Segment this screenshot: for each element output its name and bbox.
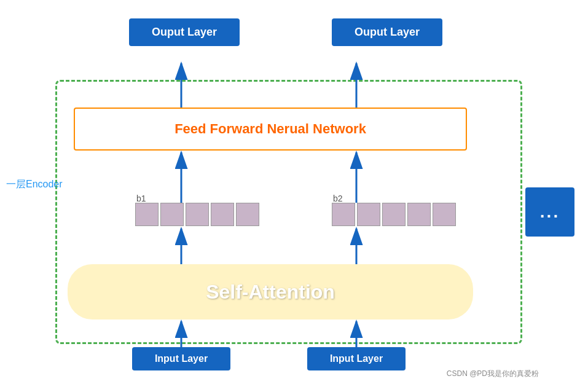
ffn-label: Feed Forward Nerual Network: [174, 121, 366, 137]
self-attention-box: Self-Attention: [68, 264, 473, 319]
embed-cell: [407, 203, 431, 226]
diagram-container: 一层Encoder Ouput Layer Ouput Layer: [0, 0, 588, 384]
embed-cell: [332, 203, 355, 226]
encoder-label: 一层Encoder: [6, 178, 63, 191]
b1-label: b1: [136, 194, 146, 203]
embed-cell: [211, 203, 234, 226]
b2-label: b2: [333, 194, 343, 203]
ffn-box: Feed Forward Nerual Network: [74, 108, 467, 151]
embed-cell: [236, 203, 259, 226]
embedding-row-right: [332, 203, 456, 226]
output-layer-right: Ouput Layer: [332, 18, 442, 46]
input-layer-right: Input Layer: [307, 347, 406, 370]
embed-cell: [135, 203, 159, 226]
embed-cell: [433, 203, 456, 226]
embed-cell: [186, 203, 209, 226]
embed-cell: [357, 203, 380, 226]
embedding-row-left: [135, 203, 259, 226]
embed-cell: [382, 203, 406, 226]
output-layer-left: Ouput Layer: [129, 18, 240, 46]
watermark: CSDN @PD我是你的真爱粉: [447, 369, 539, 379]
self-attention-label: Self-Attention: [206, 281, 335, 304]
more-box: ...: [525, 187, 574, 237]
input-layer-left: Input Layer: [132, 347, 230, 370]
embed-cell: [160, 203, 184, 226]
